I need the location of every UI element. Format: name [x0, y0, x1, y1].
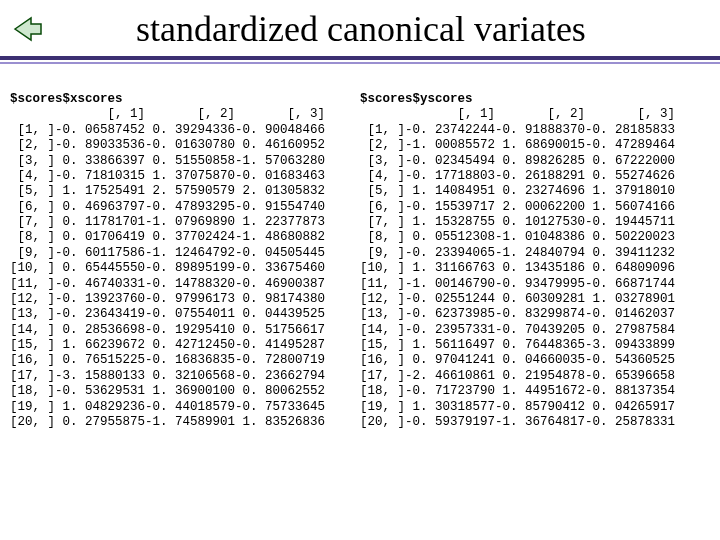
slide-header: standardized canonical variates: [0, 0, 720, 50]
table-row: [9, ]-0. 60117586-1. 12464792-0. 0450544…: [10, 246, 360, 261]
table-row: [12, ]-0. 13923760-0. 97996173 0. 981743…: [10, 292, 360, 307]
arrow-left-icon: [13, 16, 43, 42]
svg-marker-0: [15, 18, 41, 40]
xscores-block: $scores$xscores [, 1] [, 2] [, 3] [1, ]-…: [10, 92, 360, 430]
table-row: [15, ] 1. 56116497 0. 76448365-3. 094338…: [360, 338, 710, 353]
table-row: [2, ]-0. 89033536-0. 01630780 0. 4616095…: [10, 138, 360, 153]
divider: [0, 56, 720, 64]
table-row: [18, ]-0. 71723790 1. 44951672-0. 881373…: [360, 384, 710, 399]
table-row: [19, ] 1. 04829236-0. 44018579-0. 757336…: [10, 400, 360, 415]
table-row: [7, ] 0. 11781701-1. 07969890 1. 2237787…: [10, 215, 360, 230]
column-header-row: [, 1] [, 2] [, 3]: [10, 107, 360, 122]
table-row: [20, ]-0. 59379197-1. 36764817-0. 258783…: [360, 415, 710, 430]
table-row: [3, ]-0. 02345494 0. 89826285 0. 6722200…: [360, 154, 710, 169]
table-row: [19, ] 1. 30318577-0. 85790412 0. 042659…: [360, 400, 710, 415]
table-row: [16, ] 0. 76515225-0. 16836835-0. 728007…: [10, 353, 360, 368]
slide: standardized canonical variates $scores$…: [0, 0, 720, 540]
back-button[interactable]: [12, 15, 44, 43]
table-row: [16, ] 0. 97041241 0. 04660035-0. 543605…: [360, 353, 710, 368]
table-row: [4, ]-0. 71810315 1. 37075870-0. 0168346…: [10, 169, 360, 184]
table-row: [8, ] 0. 01706419 0. 37702424-1. 4868088…: [10, 230, 360, 245]
column-header-row: [, 1] [, 2] [, 3]: [360, 107, 710, 122]
table-row: [9, ]-0. 23394065-1. 24840794 0. 3941123…: [360, 246, 710, 261]
table-row: [7, ] 1. 15328755 0. 10127530-0. 1944571…: [360, 215, 710, 230]
table-row: [11, ]-0. 46740331-0. 14788320-0. 469003…: [10, 277, 360, 292]
slide-title: standardized canonical variates: [52, 8, 700, 50]
block-title: $scores$xscores: [10, 92, 123, 106]
table-row: [17, ]-3. 15880133 0. 32106568-0. 236627…: [10, 369, 360, 384]
table-row: [1, ]-0. 23742244-0. 91888370-0. 2818583…: [360, 123, 710, 138]
table-row: [14, ]-0. 23957331-0. 70439205 0. 279875…: [360, 323, 710, 338]
content-area: $scores$xscores [, 1] [, 2] [, 3] [1, ]-…: [0, 64, 720, 430]
table-row: [6, ]-0. 15539717 2. 00062200 1. 5607416…: [360, 200, 710, 215]
yscores-block: $scores$yscores [, 1] [, 2] [, 3] [1, ]-…: [360, 92, 710, 430]
table-row: [12, ]-0. 02551244 0. 60309281 1. 032789…: [360, 292, 710, 307]
table-row: [13, ]-0. 62373985-0. 83299874-0. 014620…: [360, 307, 710, 322]
table-row: [15, ] 1. 66239672 0. 42712450-0. 414952…: [10, 338, 360, 353]
table-row: [5, ] 1. 14084951 0. 23274696 1. 3791801…: [360, 184, 710, 199]
table-row: [11, ]-1. 00146790-0. 93479995-0. 668717…: [360, 277, 710, 292]
table-row: [2, ]-1. 00085572 1. 68690015-0. 4728946…: [360, 138, 710, 153]
table-row: [3, ] 0. 33866397 0. 51550858-1. 5706328…: [10, 154, 360, 169]
table-row: [17, ]-2. 46610861 0. 21954878-0. 653966…: [360, 369, 710, 384]
table-row: [10, ] 1. 31166763 0. 13435186 0. 648090…: [360, 261, 710, 276]
table-row: [18, ]-0. 53629531 1. 36900100 0. 800625…: [10, 384, 360, 399]
table-row: [5, ] 1. 17525491 2. 57590579 2. 0130583…: [10, 184, 360, 199]
table-row: [8, ] 0. 05512308-1. 01048386 0. 5022002…: [360, 230, 710, 245]
table-row: [14, ] 0. 28536698-0. 19295410 0. 517566…: [10, 323, 360, 338]
table-row: [13, ]-0. 23643419-0. 07554011 0. 044395…: [10, 307, 360, 322]
table-row: [6, ] 0. 46963797-0. 47893295-0. 9155474…: [10, 200, 360, 215]
table-row: [1, ]-0. 06587452 0. 39294336-0. 9004846…: [10, 123, 360, 138]
table-row: [20, ] 0. 27955875-1. 74589901 1. 835268…: [10, 415, 360, 430]
table-row: [10, ] 0. 65445550-0. 89895199-0. 336754…: [10, 261, 360, 276]
block-title: $scores$yscores: [360, 92, 473, 106]
table-row: [4, ]-0. 17718803-0. 26188291 0. 5527462…: [360, 169, 710, 184]
